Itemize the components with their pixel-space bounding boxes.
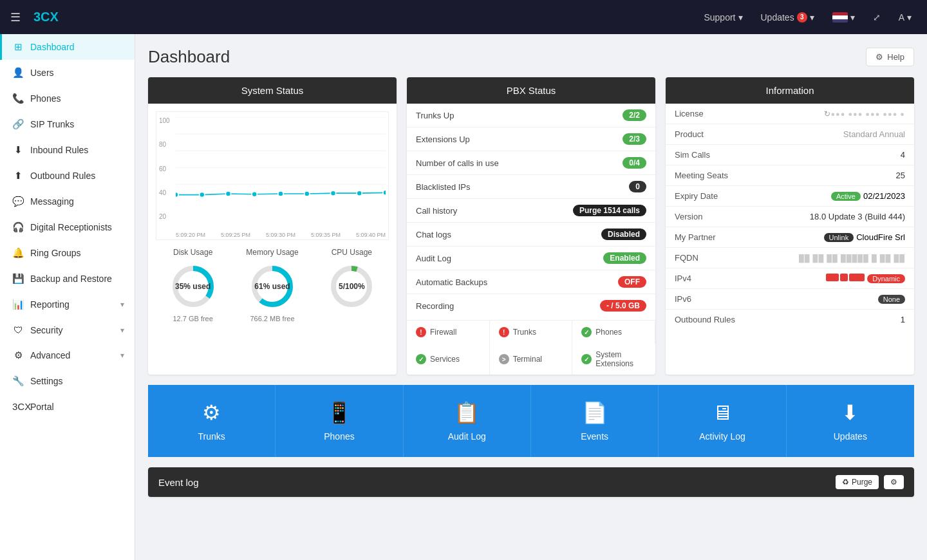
pbx-row-2: Number of calls in use 0/4: [407, 151, 655, 175]
pbx-row-3: Blacklisted IPs 0: [407, 175, 655, 199]
pbx-row-0: Trunks Up 2/2: [407, 104, 655, 127]
quick-action-activity-log[interactable]: 🖥 Activity Log: [659, 385, 786, 457]
pbx-badge-6: Enabled: [603, 252, 646, 264]
event-log-settings-button[interactable]: ⚙: [884, 475, 904, 489]
expand-button[interactable]: ⤢: [868, 10, 886, 25]
info-label-7: FQDN: [675, 253, 799, 263]
gauge-sub-1: 766.2 MB free: [235, 315, 309, 322]
unlink-tag-6[interactable]: Unlink: [824, 233, 854, 242]
sidebar-item-dashboard[interactable]: ⊞ Dashboard: [0, 34, 135, 60]
sidebar-label-outbound-rules: Outbound Rules: [30, 171, 124, 181]
active-tag-4: Active: [831, 192, 861, 201]
sidebar-icon-settings: 🔧: [12, 375, 24, 387]
sidebar-label-backup-restore: Backup and Restore: [30, 274, 124, 284]
info-row-10: Outbound Rules 1: [666, 310, 914, 330]
status-icon-label-3: Services: [430, 355, 460, 364]
purge-button[interactable]: ♻ Purge: [836, 475, 879, 489]
license-refresh-icon[interactable]: ↻: [824, 109, 830, 118]
quick-action-phones[interactable]: 📱 Phones: [276, 385, 403, 457]
pbx-label-6: Audit Log: [416, 254, 603, 263]
pbx-label-5: Chat logs: [416, 230, 601, 239]
sidebar-item-phones[interactable]: 📞 Phones: [0, 86, 135, 111]
qa-label-events: Events: [581, 431, 608, 442]
info-val-wrap-7: ██ ██ ██ █████ █ ██ ██: [799, 253, 905, 263]
quick-actions: ⚙ Trunks 📱 Phones 📋 Audit Log 📄 Events 🖥…: [148, 385, 914, 457]
sidebar-item-digital-receptionists[interactable]: 🎧 Digital Receptionists: [0, 214, 135, 240]
quick-action-events[interactable]: 📄 Events: [531, 385, 659, 457]
sidebar-label-reporting: Reporting: [30, 299, 114, 310]
status-icons-row: ! Firewall ! Trunks ✓ Phones ✓ Services …: [407, 320, 655, 375]
pbx-label-3: Blacklisted IPs: [416, 182, 629, 192]
sidebar-icon-sip-trunks: 🔗: [12, 118, 24, 130]
gauge-circle-2: 5/100%: [326, 261, 377, 312]
info-label-2: Sim Calls: [675, 150, 901, 160]
language-button[interactable]: ▾: [827, 10, 860, 25]
info-row-2: Sim Calls 4: [666, 145, 914, 165]
sidebar-label-inbound-rules: Inbound Rules: [30, 145, 124, 155]
info-value-7: ██ ██ ██ █████ █ ██ ██: [799, 254, 905, 262]
sidebar-item-portal[interactable]: 3CX Portal: [0, 394, 135, 419]
page-header: Dashboard ⚙ Help: [148, 47, 914, 67]
info-val-wrap-2: 4: [901, 150, 905, 160]
system-status-header: System Status: [148, 77, 397, 104]
status-icon-label-4: Terminal: [513, 355, 542, 364]
status-dot-1: !: [499, 327, 509, 337]
qa-label-phones: Phones: [324, 431, 354, 442]
info-val-wrap-1: Standard Annual: [843, 129, 905, 139]
sidebar-label-ring-groups: Ring Groups: [30, 248, 124, 258]
info-label-1: Product: [675, 129, 843, 139]
pbx-badge-1: 2/3: [623, 133, 646, 145]
info-val-wrap-10: 1: [901, 315, 905, 324]
gauge-label-0: Disk Usage: [156, 248, 230, 257]
sidebar-label-security: Security: [30, 325, 114, 335]
sidebar-label-users: Users: [30, 68, 124, 78]
pbx-label-8: Recording: [416, 301, 600, 311]
sidebar-item-sip-trunks[interactable]: 🔗 SIP Trunks: [0, 111, 135, 137]
sidebar-item-reporting[interactable]: 📊 Reporting ▾: [0, 292, 135, 317]
sidebar-item-settings[interactable]: 🔧 Settings: [0, 368, 135, 394]
info-row-6: My Partner UnlinkCloudFire Srl: [666, 227, 914, 248]
sidebar-label-advanced: Advanced: [30, 350, 114, 360]
sidebar-icon-advanced: ⚙: [12, 350, 24, 361]
info-label-10: Outbound Rules: [675, 315, 901, 324]
info-value-2: 4: [901, 150, 905, 160]
pbx-row-7: Automatic Backups OFF: [407, 270, 655, 294]
quick-action-updates[interactable]: ⬇ Updates: [787, 385, 914, 457]
sidebar-item-outbound-rules[interactable]: ⬆ Outbound Rules: [0, 163, 135, 189]
status-icon-item-0: ! Firewall: [407, 321, 490, 344]
sidebar-item-inbound-rules[interactable]: ⬇ Inbound Rules: [0, 137, 135, 163]
information-body: License ↻●●● ●●● ●●● ●●● ● Product Stand…: [666, 104, 914, 330]
sidebar-item-backup-restore[interactable]: 💾 Backup and Restore: [0, 266, 135, 292]
quick-action-audit-log[interactable]: 📋 Audit Log: [404, 385, 531, 457]
info-row-7: FQDN ██ ██ ██ █████ █ ██ ██: [666, 248, 914, 268]
sidebar-icon-phones: 📞: [12, 93, 24, 104]
info-label-4: Expiry Date: [675, 191, 831, 201]
help-button[interactable]: ⚙ Help: [866, 48, 914, 66]
gauge-item-0: Disk Usage 35% used 12.7 GB free: [156, 248, 230, 322]
sidebar-item-messaging[interactable]: 💬 Messaging: [0, 189, 135, 214]
info-label-3: Meeting Seats: [675, 171, 896, 180]
sidebar-icon-dashboard: ⊞: [12, 41, 24, 53]
updates-button[interactable]: Updates 3 ▾: [756, 10, 819, 25]
support-button[interactable]: Support ▾: [698, 10, 747, 25]
user-button[interactable]: A ▾: [894, 10, 917, 25]
qa-label-updates: Updates: [834, 431, 867, 442]
info-val-wrap-3: 25: [896, 171, 905, 180]
sidebar-item-users[interactable]: 👤 Users: [0, 60, 135, 86]
sidebar-label-messaging: Messaging: [30, 196, 124, 207]
qa-icon-audit-log: 📋: [454, 400, 480, 425]
chart-xaxis: 5:09:20 PM 5:09:25 PM 5:09:30 PM 5:09:35…: [176, 232, 386, 238]
menu-toggle[interactable]: ☰: [10, 10, 21, 24]
svg-point-6: [200, 192, 205, 198]
pbx-row-8: Recording - / 5.0 GB: [407, 294, 655, 317]
sidebar-item-security[interactable]: 🛡 Security ▾: [0, 317, 135, 342]
sidebar-arrow-reporting: ▾: [120, 300, 124, 309]
svg-point-5: [176, 192, 178, 198]
sidebar-item-advanced[interactable]: ⚙ Advanced ▾: [0, 342, 135, 368]
quick-action-trunks[interactable]: ⚙ Trunks: [148, 385, 276, 457]
sidebar-item-ring-groups[interactable]: 🔔 Ring Groups: [0, 240, 135, 266]
svg-point-13: [383, 190, 386, 195]
cards-row: System Status 10080604020: [148, 77, 914, 375]
pbx-label-0: Trunks Up: [416, 111, 623, 120]
status-icon-label-5: System Extensions: [595, 350, 646, 368]
